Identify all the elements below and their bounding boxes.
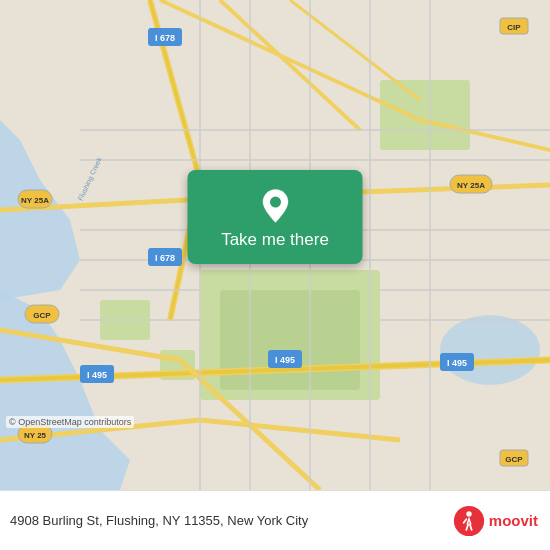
- map-container: I 678 I 678 I 495 I 495 NY 25A NY 25A NY…: [0, 0, 550, 490]
- moovit-icon: [453, 505, 485, 537]
- address-text: 4908 Burling St, Flushing, NY 11355, New…: [10, 513, 453, 528]
- button-container: Take me there: [188, 170, 363, 264]
- map-attribution: © OpenStreetMap contributors: [6, 416, 134, 428]
- svg-point-61: [270, 197, 281, 208]
- svg-text:NY 25A: NY 25A: [457, 181, 485, 190]
- svg-text:NY 25A: NY 25A: [21, 196, 49, 205]
- moovit-brand-name: moovit: [489, 512, 538, 529]
- svg-rect-6: [380, 80, 470, 150]
- take-me-there-button[interactable]: Take me there: [188, 170, 363, 264]
- svg-text:CIP: CIP: [507, 23, 521, 32]
- svg-text:GCP: GCP: [33, 311, 51, 320]
- svg-point-63: [466, 511, 471, 516]
- svg-text:I 678: I 678: [155, 33, 175, 43]
- svg-text:I 678: I 678: [155, 253, 175, 263]
- bottom-bar: 4908 Burling St, Flushing, NY 11355, New…: [0, 490, 550, 550]
- svg-text:I 495: I 495: [447, 358, 467, 368]
- button-label: Take me there: [221, 230, 329, 250]
- location-pin-icon: [257, 188, 293, 224]
- svg-rect-5: [220, 290, 360, 390]
- svg-text:GCP: GCP: [505, 455, 523, 464]
- svg-text:I 495: I 495: [87, 370, 107, 380]
- svg-text:I 495: I 495: [275, 355, 295, 365]
- svg-text:NY 25: NY 25: [24, 431, 47, 440]
- moovit-logo: moovit: [453, 505, 538, 537]
- svg-point-3: [440, 315, 540, 385]
